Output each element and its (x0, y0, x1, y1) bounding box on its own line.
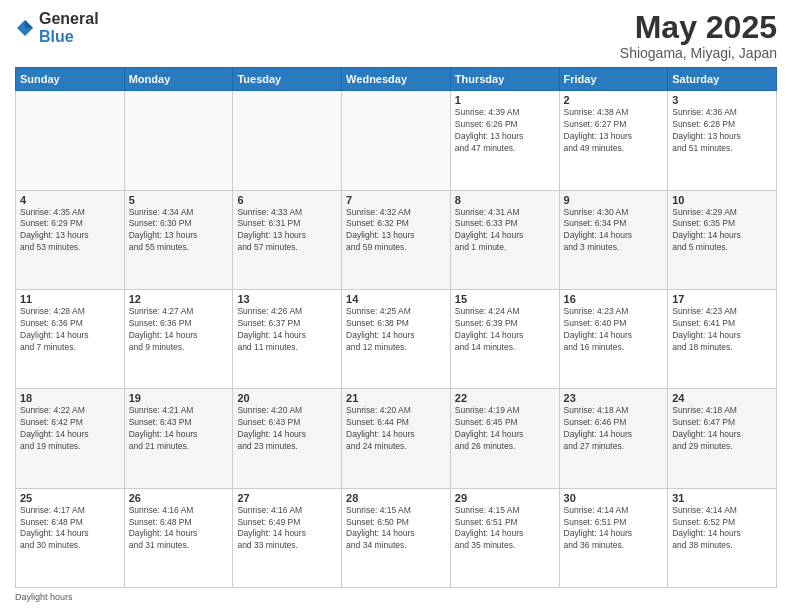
day-info: Sunrise: 4:18 AM Sunset: 6:47 PM Dayligh… (672, 405, 772, 453)
calendar-cell: 17Sunrise: 4:23 AM Sunset: 6:41 PM Dayli… (668, 289, 777, 388)
day-number: 16 (564, 293, 664, 305)
calendar-cell: 6Sunrise: 4:33 AM Sunset: 6:31 PM Daylig… (233, 190, 342, 289)
calendar-cell: 29Sunrise: 4:15 AM Sunset: 6:51 PM Dayli… (450, 488, 559, 587)
svg-marker-1 (25, 20, 33, 28)
calendar: SundayMondayTuesdayWednesdayThursdayFrid… (15, 67, 777, 588)
day-info: Sunrise: 4:17 AM Sunset: 6:48 PM Dayligh… (20, 505, 120, 553)
day-number: 2 (564, 94, 664, 106)
day-number: 26 (129, 492, 229, 504)
calendar-cell: 9Sunrise: 4:30 AM Sunset: 6:34 PM Daylig… (559, 190, 668, 289)
day-info: Sunrise: 4:20 AM Sunset: 6:43 PM Dayligh… (237, 405, 337, 453)
col-header-saturday: Saturday (668, 68, 777, 91)
day-number: 11 (20, 293, 120, 305)
day-info: Sunrise: 4:32 AM Sunset: 6:32 PM Dayligh… (346, 207, 446, 255)
day-number: 30 (564, 492, 664, 504)
calendar-cell: 4Sunrise: 4:35 AM Sunset: 6:29 PM Daylig… (16, 190, 125, 289)
day-info: Sunrise: 4:26 AM Sunset: 6:37 PM Dayligh… (237, 306, 337, 354)
day-info: Sunrise: 4:33 AM Sunset: 6:31 PM Dayligh… (237, 207, 337, 255)
day-info: Sunrise: 4:25 AM Sunset: 6:38 PM Dayligh… (346, 306, 446, 354)
calendar-cell: 27Sunrise: 4:16 AM Sunset: 6:49 PM Dayli… (233, 488, 342, 587)
week-row-3: 11Sunrise: 4:28 AM Sunset: 6:36 PM Dayli… (16, 289, 777, 388)
col-header-tuesday: Tuesday (233, 68, 342, 91)
calendar-cell: 5Sunrise: 4:34 AM Sunset: 6:30 PM Daylig… (124, 190, 233, 289)
logo-text: General Blue (39, 10, 99, 45)
day-number: 13 (237, 293, 337, 305)
calendar-cell: 24Sunrise: 4:18 AM Sunset: 6:47 PM Dayli… (668, 389, 777, 488)
day-info: Sunrise: 4:23 AM Sunset: 6:40 PM Dayligh… (564, 306, 664, 354)
day-number: 10 (672, 194, 772, 206)
calendar-cell: 28Sunrise: 4:15 AM Sunset: 6:50 PM Dayli… (342, 488, 451, 587)
calendar-cell: 15Sunrise: 4:24 AM Sunset: 6:39 PM Dayli… (450, 289, 559, 388)
day-info: Sunrise: 4:20 AM Sunset: 6:44 PM Dayligh… (346, 405, 446, 453)
day-number: 5 (129, 194, 229, 206)
calendar-cell: 16Sunrise: 4:23 AM Sunset: 6:40 PM Dayli… (559, 289, 668, 388)
calendar-cell: 18Sunrise: 4:22 AM Sunset: 6:42 PM Dayli… (16, 389, 125, 488)
page: General Blue May 2025 Shiogama, Miyagi, … (0, 0, 792, 612)
day-info: Sunrise: 4:27 AM Sunset: 6:36 PM Dayligh… (129, 306, 229, 354)
week-row-4: 18Sunrise: 4:22 AM Sunset: 6:42 PM Dayli… (16, 389, 777, 488)
day-number: 8 (455, 194, 555, 206)
calendar-cell: 19Sunrise: 4:21 AM Sunset: 6:43 PM Dayli… (124, 389, 233, 488)
day-number: 28 (346, 492, 446, 504)
day-info: Sunrise: 4:23 AM Sunset: 6:41 PM Dayligh… (672, 306, 772, 354)
calendar-cell: 3Sunrise: 4:36 AM Sunset: 6:28 PM Daylig… (668, 91, 777, 190)
calendar-cell: 12Sunrise: 4:27 AM Sunset: 6:36 PM Dayli… (124, 289, 233, 388)
calendar-cell: 22Sunrise: 4:19 AM Sunset: 6:45 PM Dayli… (450, 389, 559, 488)
day-number: 7 (346, 194, 446, 206)
col-header-wednesday: Wednesday (342, 68, 451, 91)
day-number: 1 (455, 94, 555, 106)
calendar-cell: 2Sunrise: 4:38 AM Sunset: 6:27 PM Daylig… (559, 91, 668, 190)
day-info: Sunrise: 4:34 AM Sunset: 6:30 PM Dayligh… (129, 207, 229, 255)
day-number: 19 (129, 392, 229, 404)
logo-blue: Blue (39, 28, 99, 46)
day-info: Sunrise: 4:22 AM Sunset: 6:42 PM Dayligh… (20, 405, 120, 453)
month-title: May 2025 (620, 10, 777, 45)
header: General Blue May 2025 Shiogama, Miyagi, … (15, 10, 777, 61)
calendar-cell (233, 91, 342, 190)
week-row-2: 4Sunrise: 4:35 AM Sunset: 6:29 PM Daylig… (16, 190, 777, 289)
calendar-cell: 30Sunrise: 4:14 AM Sunset: 6:51 PM Dayli… (559, 488, 668, 587)
col-header-thursday: Thursday (450, 68, 559, 91)
day-number: 22 (455, 392, 555, 404)
calendar-cell: 31Sunrise: 4:14 AM Sunset: 6:52 PM Dayli… (668, 488, 777, 587)
calendar-cell (124, 91, 233, 190)
day-number: 23 (564, 392, 664, 404)
day-number: 4 (20, 194, 120, 206)
footer: Daylight hours (15, 592, 777, 602)
day-info: Sunrise: 4:15 AM Sunset: 6:51 PM Dayligh… (455, 505, 555, 553)
day-info: Sunrise: 4:38 AM Sunset: 6:27 PM Dayligh… (564, 107, 664, 155)
daylight-hours-label: Daylight hours (15, 592, 73, 602)
week-row-5: 25Sunrise: 4:17 AM Sunset: 6:48 PM Dayli… (16, 488, 777, 587)
calendar-cell: 14Sunrise: 4:25 AM Sunset: 6:38 PM Dayli… (342, 289, 451, 388)
day-info: Sunrise: 4:21 AM Sunset: 6:43 PM Dayligh… (129, 405, 229, 453)
day-info: Sunrise: 4:24 AM Sunset: 6:39 PM Dayligh… (455, 306, 555, 354)
subtitle: Shiogama, Miyagi, Japan (620, 45, 777, 61)
day-number: 24 (672, 392, 772, 404)
day-info: Sunrise: 4:19 AM Sunset: 6:45 PM Dayligh… (455, 405, 555, 453)
col-header-monday: Monday (124, 68, 233, 91)
day-info: Sunrise: 4:15 AM Sunset: 6:50 PM Dayligh… (346, 505, 446, 553)
logo-icon (15, 18, 35, 38)
calendar-cell: 25Sunrise: 4:17 AM Sunset: 6:48 PM Dayli… (16, 488, 125, 587)
logo: General Blue (15, 10, 99, 45)
day-number: 14 (346, 293, 446, 305)
day-number: 21 (346, 392, 446, 404)
col-header-friday: Friday (559, 68, 668, 91)
day-number: 29 (455, 492, 555, 504)
day-number: 31 (672, 492, 772, 504)
day-info: Sunrise: 4:16 AM Sunset: 6:48 PM Dayligh… (129, 505, 229, 553)
day-number: 27 (237, 492, 337, 504)
day-number: 6 (237, 194, 337, 206)
day-info: Sunrise: 4:14 AM Sunset: 6:51 PM Dayligh… (564, 505, 664, 553)
calendar-cell: 10Sunrise: 4:29 AM Sunset: 6:35 PM Dayli… (668, 190, 777, 289)
calendar-header: SundayMondayTuesdayWednesdayThursdayFrid… (16, 68, 777, 91)
day-info: Sunrise: 4:36 AM Sunset: 6:28 PM Dayligh… (672, 107, 772, 155)
col-header-sunday: Sunday (16, 68, 125, 91)
day-number: 15 (455, 293, 555, 305)
day-info: Sunrise: 4:31 AM Sunset: 6:33 PM Dayligh… (455, 207, 555, 255)
day-number: 20 (237, 392, 337, 404)
calendar-body: 1Sunrise: 4:39 AM Sunset: 6:26 PM Daylig… (16, 91, 777, 588)
day-info: Sunrise: 4:18 AM Sunset: 6:46 PM Dayligh… (564, 405, 664, 453)
title-area: May 2025 Shiogama, Miyagi, Japan (620, 10, 777, 61)
day-info: Sunrise: 4:14 AM Sunset: 6:52 PM Dayligh… (672, 505, 772, 553)
